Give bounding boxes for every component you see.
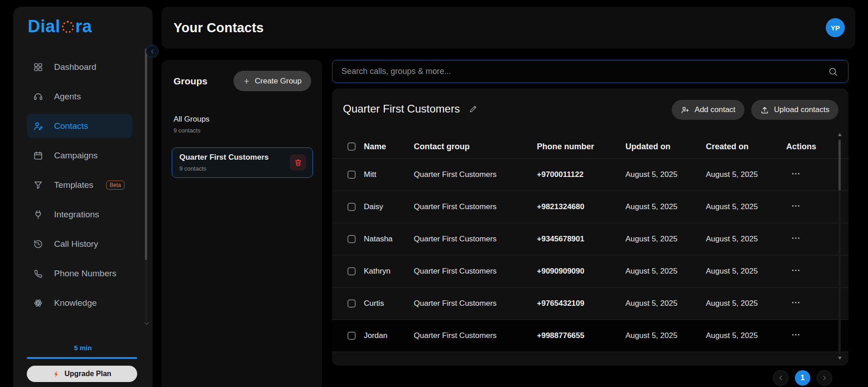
previous-page-button[interactable]	[773, 370, 789, 386]
sidebar-scrollbar-thumb[interactable]	[145, 49, 147, 260]
cell-actions	[786, 330, 828, 342]
top-bar: Your Contacts YP	[162, 7, 855, 49]
delete-group-button[interactable]	[290, 154, 306, 171]
row-checkbox[interactable]	[347, 171, 356, 179]
table-scrollbar-thumb[interactable]	[838, 140, 841, 191]
row-checkbox-cell	[347, 332, 364, 340]
upload-contacts-button[interactable]: Upload contacts	[751, 100, 838, 120]
cell-updated-on: August 5, 2025	[625, 331, 706, 340]
history-icon	[33, 239, 43, 249]
table-row[interactable]: Daisy Quarter First Customers +982132468…	[332, 191, 848, 223]
row-actions-menu-icon[interactable]	[791, 330, 801, 340]
cell-created-on: August 5, 2025	[706, 202, 786, 211]
user-avatar[interactable]: YP	[826, 18, 845, 37]
sidebar-item-agents[interactable]: Agents	[27, 84, 146, 108]
add-contact-label: Add contact	[694, 105, 735, 114]
sidebar-item-phone-numbers[interactable]: Phone Numbers	[27, 261, 146, 285]
phone-icon	[33, 269, 43, 279]
row-checkbox[interactable]	[347, 299, 356, 308]
sidebar-item-label: Knowledge	[54, 298, 97, 308]
scroll-down-arrow[interactable]	[838, 357, 842, 360]
collapse-sidebar-button[interactable]	[146, 45, 159, 58]
group-item-all-groups[interactable]: All Groups 9 contacts	[174, 115, 310, 134]
scroll-up-arrow[interactable]	[838, 133, 842, 136]
column-header-actions: Actions	[786, 142, 828, 152]
row-checkbox[interactable]	[347, 267, 356, 275]
table-row[interactable]: Jordan Quarter First Customers +99887766…	[332, 320, 848, 352]
user-plus-icon	[681, 106, 689, 114]
row-actions-menu-icon[interactable]	[791, 265, 801, 275]
table-row[interactable]: Curtis Quarter First Customers +97654321…	[332, 288, 848, 320]
table-row[interactable]: Natasha Quarter First Customers +9345678…	[332, 223, 848, 255]
chevron-left-icon	[778, 375, 784, 381]
contacts-card-header: Quarter First Customers Add contact Uplo…	[332, 88, 848, 120]
sidebar-item-dashboard[interactable]: Dashboard	[27, 55, 146, 79]
group-item-quarter-first-customers[interactable]: Quarter First Customers 9 contacts	[172, 147, 313, 178]
sidebar-nav: Dashboard Agents Contacts Campaigns Temp…	[27, 55, 146, 315]
minutes-remaining-label: 5 min	[13, 344, 153, 352]
headset-icon	[33, 92, 43, 102]
row-actions-menu-icon[interactable]	[791, 201, 801, 211]
table-row[interactable]: Kathryn Quarter First Customers +9090909…	[332, 255, 848, 288]
groups-panel: Groups Create Group All Groups 9 contact…	[162, 60, 322, 387]
search-icon[interactable]	[828, 67, 838, 77]
search-input[interactable]	[332, 60, 828, 83]
row-checkbox[interactable]	[347, 203, 356, 211]
create-group-button[interactable]: Create Group	[233, 71, 311, 91]
cell-created-on: August 5, 2025	[706, 170, 786, 179]
contacts-actions: Add contact Upload contacts	[672, 100, 838, 120]
edit-icon[interactable]	[469, 104, 478, 113]
column-header-name: Name	[364, 142, 414, 152]
cell-updated-on: August 5, 2025	[625, 170, 706, 179]
sidebar-item-label: Campaigns	[54, 151, 98, 161]
app-logo: Dialra	[13, 7, 153, 35]
logo-text-left: Dial	[28, 18, 60, 35]
minutes-progress-bar	[27, 357, 137, 359]
cell-updated-on: August 5, 2025	[625, 202, 706, 211]
row-checkbox-cell	[347, 267, 364, 275]
sidebar-item-contacts[interactable]: Contacts	[27, 114, 132, 138]
row-actions-menu-icon[interactable]	[791, 169, 801, 179]
logo-text-right: ra	[75, 18, 92, 35]
next-page-button[interactable]	[817, 370, 832, 386]
cell-phone-number: +9700011122	[537, 170, 625, 179]
cell-name: Kathryn	[364, 267, 414, 276]
cell-actions	[786, 265, 828, 278]
row-checkbox[interactable]	[347, 332, 356, 340]
sidebar-item-label: Integrations	[54, 210, 99, 220]
chevron-left-icon	[149, 49, 155, 54]
sidebar-item-campaigns[interactable]: Campaigns	[27, 143, 146, 167]
sidebar-item-call-history[interactable]: Call History	[27, 232, 146, 256]
row-actions-menu-icon[interactable]	[791, 298, 801, 308]
cell-contact-group: Quarter First Customers	[414, 170, 537, 179]
table-row[interactable]: Mitt Quarter First Customers +9700011122…	[332, 159, 848, 191]
row-checkbox-cell	[347, 203, 364, 211]
sidebar-item-integrations[interactable]: Integrations	[27, 202, 146, 226]
row-checkbox-cell	[347, 235, 364, 243]
cell-actions	[786, 169, 828, 181]
lightning-icon	[53, 370, 60, 378]
sidebar-item-label: Templates	[54, 180, 94, 190]
select-all-checkbox[interactable]	[347, 142, 356, 151]
current-page-indicator[interactable]: 1	[795, 370, 810, 386]
sidebar-item-templates[interactable]: Templates Beta	[27, 173, 146, 197]
contacts-table-body: Mitt Quarter First Customers +9700011122…	[332, 159, 848, 352]
add-contact-button[interactable]: Add contact	[672, 100, 744, 120]
chevron-down-icon	[143, 320, 150, 327]
cell-phone-number: +9988776655	[537, 331, 625, 340]
row-checkbox-cell	[347, 299, 364, 308]
sidebar-item-knowledge[interactable]: Knowledge	[27, 291, 146, 315]
cell-updated-on: August 5, 2025	[625, 299, 706, 308]
row-actions-menu-icon[interactable]	[791, 233, 801, 243]
sidebar: Dialra Dashboard Agents Contacts Campaig…	[13, 7, 153, 387]
row-checkbox[interactable]	[347, 235, 356, 243]
atom-icon	[33, 298, 43, 308]
cell-contact-group: Quarter First Customers	[414, 331, 537, 340]
plug-icon	[33, 210, 43, 220]
group-contact-count: 9 contacts	[179, 165, 269, 172]
cell-name: Jordan	[364, 331, 414, 340]
cell-updated-on: August 5, 2025	[625, 267, 706, 276]
upgrade-plan-button[interactable]: Upgrade Plan	[27, 366, 137, 382]
group-item-text: Quarter First Customers 9 contacts	[179, 153, 269, 172]
cell-contact-group: Quarter First Customers	[414, 267, 537, 276]
